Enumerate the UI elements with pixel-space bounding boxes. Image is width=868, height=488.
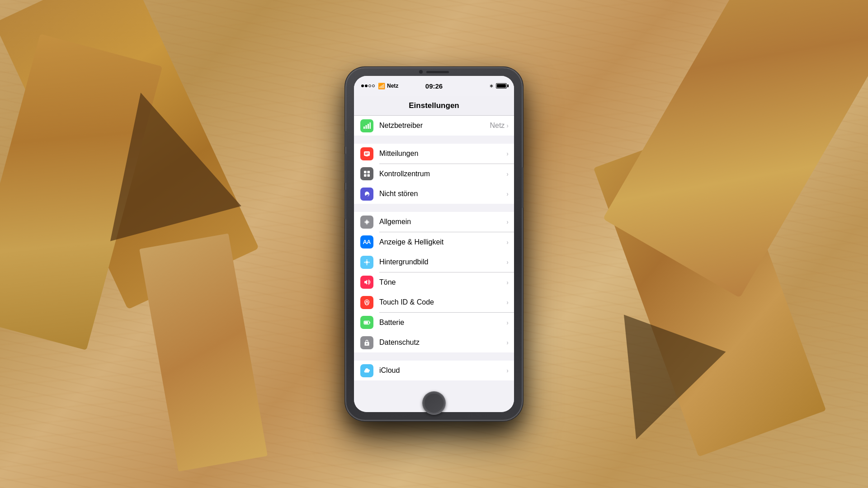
settings-row-icloud[interactable]: iCloud › [354, 361, 514, 380]
svg-rect-1 [365, 125, 367, 129]
settings-row-hintergrundbild[interactable]: Hintergrundbild › [354, 252, 514, 272]
settings-row-mitteilungen[interactable]: Mitteilungen › [354, 144, 514, 164]
svg-rect-5 [365, 153, 369, 154]
wifi-icon: 📶 [378, 83, 385, 89]
batterie-icon [360, 316, 373, 329]
settings-row-touch-id[interactable]: Touch ID & Code › [354, 292, 514, 312]
chevron-icon: › [506, 339, 509, 346]
settings-row-kontrollzentrum[interactable]: Kontrollzentrum › [354, 164, 514, 184]
svg-point-12 [365, 261, 368, 263]
chevron-icon: › [506, 122, 509, 129]
volume-down-button[interactable] [344, 190, 346, 219]
settings-group-1: Mitteilungen › [354, 144, 514, 204]
volume-up-button[interactable] [344, 154, 346, 183]
row-icon-wrap [354, 188, 379, 201]
anzeige-label: Anzeige & Helligkeit [379, 238, 506, 246]
svg-rect-8 [367, 171, 370, 174]
svg-rect-2 [368, 124, 369, 129]
group-divider [354, 136, 514, 144]
chevron-icon: › [506, 239, 509, 246]
nicht-stoeren-label: Nicht stören [379, 190, 506, 198]
settings-row-batterie[interactable]: Batterie › [354, 313, 514, 333]
chevron-icon: › [506, 190, 509, 197]
svg-point-17 [366, 302, 367, 303]
page-title: Einstellungen [409, 101, 459, 110]
signal-dot-4 [372, 84, 375, 87]
svg-rect-10 [367, 174, 370, 177]
settings-row-anzeige[interactable]: AA Anzeige & Helligkeit › [354, 232, 514, 252]
row-icon-wrap [354, 216, 379, 229]
icloud-label: iCloud [379, 366, 506, 375]
chevron-icon: › [506, 319, 509, 326]
chevron-icon: › [506, 258, 509, 266]
home-button-inner [424, 393, 444, 413]
chevron-icon: › [506, 367, 509, 374]
svg-point-13 [366, 259, 368, 261]
battery-fill [497, 84, 506, 88]
netzbetreiber-label: Netzbetreiber [379, 122, 490, 130]
svg-rect-6 [365, 154, 368, 155]
icloud-icon [360, 364, 373, 377]
signal-strength [361, 84, 375, 87]
phone-top-area [407, 68, 461, 76]
batterie-label: Batterie [379, 319, 506, 327]
settings-row-datenschutz[interactable]: Datenschutz › [354, 333, 514, 352]
mute-button[interactable] [344, 131, 346, 147]
mitteilungen-icon [360, 147, 373, 160]
phone-body: 📶 Netz 09:26 ∗ Einstellungen [346, 68, 522, 420]
svg-rect-0 [363, 127, 365, 129]
netzbetreiber-value: Netz [490, 122, 505, 130]
settings-list: Netzbetreiber Netz › [354, 116, 514, 412]
row-icon-wrap [354, 167, 379, 180]
settings-row-nicht-stoeren[interactable]: Nicht stören › [354, 184, 514, 204]
battery-icon [496, 83, 507, 89]
front-camera [419, 70, 423, 74]
svg-rect-19 [364, 322, 368, 324]
row-icon-wrap [354, 276, 379, 289]
status-bar: 📶 Netz 09:26 ∗ [354, 76, 514, 96]
wood-piece [139, 233, 268, 471]
svg-rect-3 [369, 122, 371, 129]
chevron-icon: › [506, 150, 509, 157]
group-divider [354, 204, 514, 212]
row-icon-wrap [354, 336, 379, 349]
settings-group-carrier: Netzbetreiber Netz › [354, 116, 514, 136]
datenschutz-label: Datenschutz [379, 338, 506, 347]
phone-screen: 📶 Netz 09:26 ∗ Einstellungen [354, 76, 514, 412]
phone-device: 📶 Netz 09:26 ∗ Einstellungen [346, 68, 522, 420]
svg-rect-22 [367, 343, 367, 345]
allgemein-icon [360, 216, 373, 229]
signal-dot-1 [361, 84, 364, 87]
home-button[interactable] [422, 391, 446, 415]
nicht-stoeren-icon [360, 188, 373, 201]
status-left: 📶 Netz [361, 83, 398, 89]
svg-point-14 [366, 264, 368, 265]
kontrollzentrum-label: Kontrollzentrum [379, 170, 506, 178]
svg-rect-20 [369, 322, 370, 324]
row-icon-wrap [354, 147, 379, 160]
earpiece [426, 71, 449, 73]
settings-group-2: Allgemein › AA Anzeige & Helligkeit › [354, 212, 514, 352]
signal-dot-2 [365, 84, 368, 87]
allgemein-label: Allgemein [379, 218, 506, 226]
svg-point-15 [364, 262, 365, 263]
settings-row-toene[interactable]: Töne › [354, 272, 514, 292]
toene-icon [360, 276, 373, 289]
settings-row-allgemein[interactable]: Allgemein › [354, 212, 514, 232]
group-divider [354, 352, 514, 361]
svg-rect-7 [364, 171, 367, 174]
row-icon-wrap [354, 316, 379, 329]
touch-id-icon [360, 296, 373, 309]
row-icon-wrap [354, 296, 379, 309]
touch-id-label: Touch ID & Code [379, 298, 506, 306]
hintergrundbild-icon [360, 256, 373, 269]
anzeige-icon: AA [360, 235, 373, 249]
power-button[interactable] [522, 167, 524, 208]
svg-rect-9 [364, 174, 367, 177]
row-icon-wrap [354, 256, 379, 269]
status-time: 09:26 [425, 82, 443, 90]
kontrollzentrum-icon [360, 167, 373, 180]
svg-point-16 [368, 262, 370, 263]
bluetooth-icon: ∗ [489, 83, 494, 89]
settings-row-netzbetreiber[interactable]: Netzbetreiber Netz › [354, 116, 514, 136]
